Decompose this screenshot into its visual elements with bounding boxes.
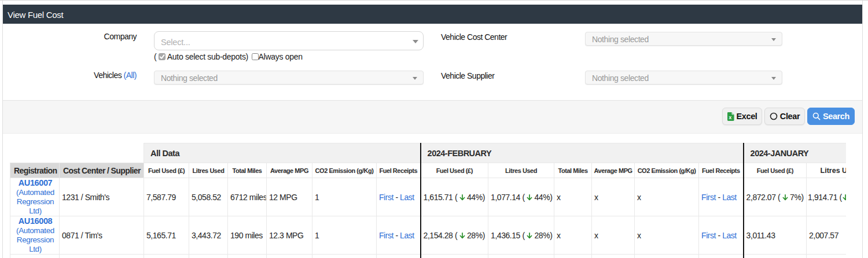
svg-text:x: x: [729, 115, 731, 120]
